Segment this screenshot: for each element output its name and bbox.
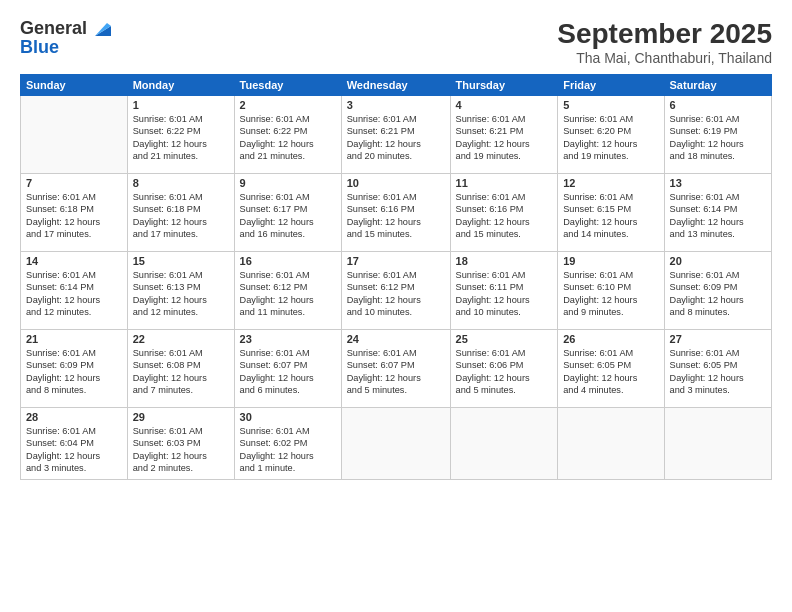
day-info: Sunrise: 6:01 AM Sunset: 6:14 PM Dayligh… bbox=[670, 191, 766, 241]
header: General Blue September 2025 Tha Mai, Cha… bbox=[20, 18, 772, 66]
calendar-cell: 9Sunrise: 6:01 AM Sunset: 6:17 PM Daylig… bbox=[234, 174, 341, 252]
day-number: 28 bbox=[26, 411, 122, 423]
day-number: 15 bbox=[133, 255, 229, 267]
month-title: September 2025 bbox=[557, 18, 772, 50]
day-number: 7 bbox=[26, 177, 122, 189]
calendar-cell: 11Sunrise: 6:01 AM Sunset: 6:16 PM Dayli… bbox=[450, 174, 558, 252]
calendar-cell: 8Sunrise: 6:01 AM Sunset: 6:18 PM Daylig… bbox=[127, 174, 234, 252]
calendar-cell: 29Sunrise: 6:01 AM Sunset: 6:03 PM Dayli… bbox=[127, 408, 234, 480]
logo-blue: Blue bbox=[20, 37, 111, 58]
day-info: Sunrise: 6:01 AM Sunset: 6:05 PM Dayligh… bbox=[563, 347, 658, 397]
calendar-cell: 30Sunrise: 6:01 AM Sunset: 6:02 PM Dayli… bbox=[234, 408, 341, 480]
calendar-cell: 19Sunrise: 6:01 AM Sunset: 6:10 PM Dayli… bbox=[558, 252, 664, 330]
weekday-header: Tuesday bbox=[234, 75, 341, 96]
calendar-cell bbox=[21, 96, 128, 174]
calendar-cell: 28Sunrise: 6:01 AM Sunset: 6:04 PM Dayli… bbox=[21, 408, 128, 480]
day-number: 21 bbox=[26, 333, 122, 345]
day-number: 5 bbox=[563, 99, 658, 111]
logo-general: General bbox=[20, 18, 87, 39]
day-number: 30 bbox=[240, 411, 336, 423]
day-info: Sunrise: 6:01 AM Sunset: 6:16 PM Dayligh… bbox=[456, 191, 553, 241]
logo: General Blue bbox=[20, 18, 111, 58]
calendar-header-row: SundayMondayTuesdayWednesdayThursdayFrid… bbox=[21, 75, 772, 96]
day-number: 23 bbox=[240, 333, 336, 345]
location: Tha Mai, Chanthaburi, Thailand bbox=[557, 50, 772, 66]
calendar-cell: 4Sunrise: 6:01 AM Sunset: 6:21 PM Daylig… bbox=[450, 96, 558, 174]
day-info: Sunrise: 6:01 AM Sunset: 6:10 PM Dayligh… bbox=[563, 269, 658, 319]
day-number: 3 bbox=[347, 99, 445, 111]
calendar-week-row: 21Sunrise: 6:01 AM Sunset: 6:09 PM Dayli… bbox=[21, 330, 772, 408]
calendar-cell: 2Sunrise: 6:01 AM Sunset: 6:22 PM Daylig… bbox=[234, 96, 341, 174]
day-number: 14 bbox=[26, 255, 122, 267]
weekday-header: Friday bbox=[558, 75, 664, 96]
day-info: Sunrise: 6:01 AM Sunset: 6:21 PM Dayligh… bbox=[456, 113, 553, 163]
day-number: 13 bbox=[670, 177, 766, 189]
logo-icon bbox=[89, 18, 111, 38]
calendar-cell: 20Sunrise: 6:01 AM Sunset: 6:09 PM Dayli… bbox=[664, 252, 771, 330]
calendar-table: SundayMondayTuesdayWednesdayThursdayFrid… bbox=[20, 74, 772, 480]
calendar-cell bbox=[341, 408, 450, 480]
day-number: 1 bbox=[133, 99, 229, 111]
calendar-cell: 27Sunrise: 6:01 AM Sunset: 6:05 PM Dayli… bbox=[664, 330, 771, 408]
day-number: 4 bbox=[456, 99, 553, 111]
day-info: Sunrise: 6:01 AM Sunset: 6:22 PM Dayligh… bbox=[240, 113, 336, 163]
day-number: 12 bbox=[563, 177, 658, 189]
calendar-cell: 21Sunrise: 6:01 AM Sunset: 6:09 PM Dayli… bbox=[21, 330, 128, 408]
weekday-header: Thursday bbox=[450, 75, 558, 96]
calendar-cell bbox=[450, 408, 558, 480]
calendar-cell: 25Sunrise: 6:01 AM Sunset: 6:06 PM Dayli… bbox=[450, 330, 558, 408]
calendar-week-row: 14Sunrise: 6:01 AM Sunset: 6:14 PM Dayli… bbox=[21, 252, 772, 330]
day-info: Sunrise: 6:01 AM Sunset: 6:18 PM Dayligh… bbox=[26, 191, 122, 241]
day-info: Sunrise: 6:01 AM Sunset: 6:17 PM Dayligh… bbox=[240, 191, 336, 241]
day-number: 2 bbox=[240, 99, 336, 111]
day-number: 22 bbox=[133, 333, 229, 345]
day-info: Sunrise: 6:01 AM Sunset: 6:04 PM Dayligh… bbox=[26, 425, 122, 475]
calendar-cell: 6Sunrise: 6:01 AM Sunset: 6:19 PM Daylig… bbox=[664, 96, 771, 174]
calendar-cell: 14Sunrise: 6:01 AM Sunset: 6:14 PM Dayli… bbox=[21, 252, 128, 330]
day-number: 24 bbox=[347, 333, 445, 345]
day-info: Sunrise: 6:01 AM Sunset: 6:15 PM Dayligh… bbox=[563, 191, 658, 241]
calendar-cell: 26Sunrise: 6:01 AM Sunset: 6:05 PM Dayli… bbox=[558, 330, 664, 408]
day-info: Sunrise: 6:01 AM Sunset: 6:07 PM Dayligh… bbox=[240, 347, 336, 397]
day-number: 11 bbox=[456, 177, 553, 189]
page: General Blue September 2025 Tha Mai, Cha… bbox=[0, 0, 792, 612]
day-number: 16 bbox=[240, 255, 336, 267]
day-number: 8 bbox=[133, 177, 229, 189]
day-number: 18 bbox=[456, 255, 553, 267]
calendar-week-row: 7Sunrise: 6:01 AM Sunset: 6:18 PM Daylig… bbox=[21, 174, 772, 252]
calendar-cell bbox=[558, 408, 664, 480]
calendar-cell: 3Sunrise: 6:01 AM Sunset: 6:21 PM Daylig… bbox=[341, 96, 450, 174]
day-info: Sunrise: 6:01 AM Sunset: 6:09 PM Dayligh… bbox=[26, 347, 122, 397]
calendar-cell: 10Sunrise: 6:01 AM Sunset: 6:16 PM Dayli… bbox=[341, 174, 450, 252]
day-number: 17 bbox=[347, 255, 445, 267]
day-number: 25 bbox=[456, 333, 553, 345]
calendar-cell: 18Sunrise: 6:01 AM Sunset: 6:11 PM Dayli… bbox=[450, 252, 558, 330]
calendar-cell: 12Sunrise: 6:01 AM Sunset: 6:15 PM Dayli… bbox=[558, 174, 664, 252]
calendar-cell: 24Sunrise: 6:01 AM Sunset: 6:07 PM Dayli… bbox=[341, 330, 450, 408]
calendar-cell: 15Sunrise: 6:01 AM Sunset: 6:13 PM Dayli… bbox=[127, 252, 234, 330]
weekday-header: Wednesday bbox=[341, 75, 450, 96]
day-info: Sunrise: 6:01 AM Sunset: 6:09 PM Dayligh… bbox=[670, 269, 766, 319]
day-info: Sunrise: 6:01 AM Sunset: 6:19 PM Dayligh… bbox=[670, 113, 766, 163]
calendar-cell bbox=[664, 408, 771, 480]
calendar-cell: 23Sunrise: 6:01 AM Sunset: 6:07 PM Dayli… bbox=[234, 330, 341, 408]
day-info: Sunrise: 6:01 AM Sunset: 6:03 PM Dayligh… bbox=[133, 425, 229, 475]
day-info: Sunrise: 6:01 AM Sunset: 6:22 PM Dayligh… bbox=[133, 113, 229, 163]
day-number: 6 bbox=[670, 99, 766, 111]
calendar-week-row: 28Sunrise: 6:01 AM Sunset: 6:04 PM Dayli… bbox=[21, 408, 772, 480]
day-info: Sunrise: 6:01 AM Sunset: 6:20 PM Dayligh… bbox=[563, 113, 658, 163]
weekday-header: Saturday bbox=[664, 75, 771, 96]
day-number: 29 bbox=[133, 411, 229, 423]
day-info: Sunrise: 6:01 AM Sunset: 6:11 PM Dayligh… bbox=[456, 269, 553, 319]
calendar-cell: 13Sunrise: 6:01 AM Sunset: 6:14 PM Dayli… bbox=[664, 174, 771, 252]
day-info: Sunrise: 6:01 AM Sunset: 6:12 PM Dayligh… bbox=[347, 269, 445, 319]
day-number: 10 bbox=[347, 177, 445, 189]
day-info: Sunrise: 6:01 AM Sunset: 6:14 PM Dayligh… bbox=[26, 269, 122, 319]
day-info: Sunrise: 6:01 AM Sunset: 6:21 PM Dayligh… bbox=[347, 113, 445, 163]
day-info: Sunrise: 6:01 AM Sunset: 6:18 PM Dayligh… bbox=[133, 191, 229, 241]
day-info: Sunrise: 6:01 AM Sunset: 6:12 PM Dayligh… bbox=[240, 269, 336, 319]
calendar-cell: 16Sunrise: 6:01 AM Sunset: 6:12 PM Dayli… bbox=[234, 252, 341, 330]
day-number: 19 bbox=[563, 255, 658, 267]
day-info: Sunrise: 6:01 AM Sunset: 6:07 PM Dayligh… bbox=[347, 347, 445, 397]
calendar-week-row: 1Sunrise: 6:01 AM Sunset: 6:22 PM Daylig… bbox=[21, 96, 772, 174]
